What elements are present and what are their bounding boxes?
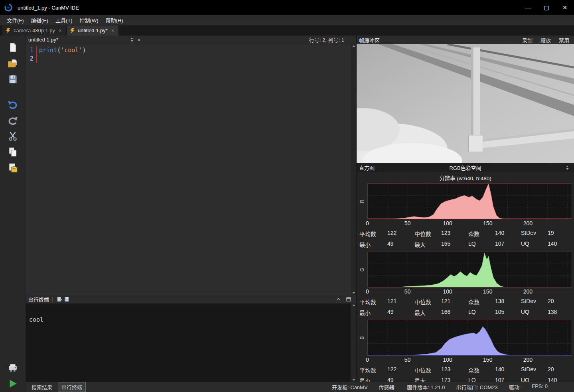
export-package-button[interactable] bbox=[8, 162, 18, 173]
hist-plot bbox=[367, 320, 572, 356]
tab-close-icon[interactable]: × bbox=[110, 28, 115, 33]
scroll-up-icon[interactable] bbox=[352, 304, 355, 306]
menu-tools[interactable]: 工具(T) bbox=[52, 15, 76, 25]
status-sensor[interactable]: 传感器: bbox=[379, 383, 396, 391]
redo-button[interactable] bbox=[8, 114, 18, 125]
status-tab-search-results[interactable]: 搜索结果 bbox=[28, 382, 55, 392]
zoom-button[interactable]: 缩放 bbox=[540, 36, 551, 44]
stat-label: 中位数 bbox=[414, 298, 441, 306]
colorspace-updown-icon[interactable] bbox=[564, 164, 571, 171]
tab-camera-480p[interactable]: camera 480p 1.py × bbox=[2, 26, 67, 35]
stat-value: 121 bbox=[387, 298, 414, 306]
expand-panel-icon[interactable] bbox=[345, 296, 352, 303]
stat-value: 173 bbox=[441, 377, 468, 382]
camera-frame-image bbox=[357, 44, 574, 163]
terminal-output-text: cool bbox=[29, 316, 43, 323]
stat-label: UQ bbox=[521, 309, 548, 317]
save-button[interactable] bbox=[8, 74, 18, 85]
menu-edit[interactable]: 编辑(E) bbox=[28, 15, 52, 25]
scroll-up-icon[interactable] bbox=[352, 45, 355, 47]
stat-label: StDev bbox=[521, 230, 548, 238]
stat-value: 49 bbox=[387, 377, 414, 382]
stat-value: 140 bbox=[548, 377, 572, 382]
minimize-button[interactable]: — bbox=[519, 0, 537, 15]
separator bbox=[52, 297, 53, 302]
colorspace-dropdown[interactable]: RGB色彩空间 bbox=[357, 164, 574, 171]
stat-label: UQ bbox=[521, 240, 548, 248]
open-file-button[interactable] bbox=[8, 58, 18, 69]
stat-label: 众数 bbox=[468, 230, 495, 238]
status-serial-port[interactable]: 串行端口: COM23 bbox=[456, 383, 498, 391]
stat-value: 122 bbox=[387, 230, 414, 238]
app-logo-icon bbox=[4, 3, 13, 12]
changed-lines-marker bbox=[36, 46, 37, 63]
stat-label: 中位数 bbox=[414, 230, 441, 238]
menu-bar: 文件(F) 编辑(E) 工具(T) 控制(W) 帮助(H) bbox=[0, 15, 574, 26]
stat-value: 107 bbox=[495, 240, 521, 248]
hist-x-tick: 0 bbox=[366, 357, 369, 363]
menu-file[interactable]: 文件(F) bbox=[3, 15, 28, 25]
stat-label: LQ bbox=[468, 377, 495, 382]
collapse-panel-icon[interactable] bbox=[335, 296, 342, 303]
cut-button[interactable] bbox=[8, 130, 18, 141]
clear-terminal-icon[interactable] bbox=[56, 296, 63, 303]
document-close-icon[interactable]: × bbox=[135, 37, 142, 43]
left-toolbar bbox=[0, 35, 26, 392]
histogram-area: 分辨率 (w:640, h:480) R 050100150200 平均数122… bbox=[357, 172, 574, 382]
resolution-label: 分辨率 (w:640, h:480) bbox=[357, 174, 574, 183]
menu-help[interactable]: 帮助(H) bbox=[102, 15, 127, 25]
scroll-down-icon[interactable] bbox=[352, 292, 355, 294]
hist-stats: 平均数122中位数123众数140StDev20最小49最大173LQ107UQ… bbox=[357, 366, 572, 382]
stat-label: StDev bbox=[521, 298, 548, 306]
histogram-toolbar: 直方图 RGB色彩空间 bbox=[357, 163, 574, 172]
copy-button[interactable] bbox=[8, 146, 18, 157]
hist-axis-label: B bbox=[357, 320, 367, 356]
script-lightning-icon bbox=[70, 28, 75, 33]
connect-board-button[interactable] bbox=[8, 362, 18, 373]
line-number: 1 bbox=[26, 46, 36, 55]
code-editor[interactable]: 1 2 print('cool') bbox=[26, 44, 356, 295]
stat-value: 122 bbox=[387, 366, 414, 374]
tab-close-icon[interactable]: × bbox=[58, 28, 63, 33]
code-text: print('cool') bbox=[39, 46, 350, 55]
status-driver[interactable]: 驱动: bbox=[509, 383, 521, 391]
terminal-scrollbar[interactable] bbox=[351, 303, 356, 382]
stat-value: 49 bbox=[387, 309, 414, 317]
document-selector[interactable]: untitled 1.py* bbox=[28, 37, 128, 43]
hist-axis-label: G bbox=[357, 252, 367, 288]
status-firmware-version[interactable]: 固件版本: 1.21.0 bbox=[407, 383, 445, 391]
new-file-button[interactable] bbox=[8, 42, 18, 53]
tab-untitled-1[interactable]: untitled 1.py* × bbox=[67, 26, 119, 35]
status-tab-serial-terminal[interactable]: 串行终端 bbox=[58, 382, 86, 392]
close-button[interactable]: ✕ bbox=[556, 0, 574, 15]
stat-label: UQ bbox=[521, 377, 548, 382]
stat-label: 最大 bbox=[414, 377, 441, 382]
script-lightning-icon bbox=[6, 28, 11, 33]
hist-x-tick: 0 bbox=[366, 288, 369, 295]
serial-terminal-output[interactable]: cool bbox=[26, 303, 356, 382]
menu-control[interactable]: 控制(W) bbox=[76, 15, 102, 25]
stat-label: 最小 bbox=[359, 240, 387, 248]
undo-button[interactable] bbox=[8, 98, 18, 109]
code-keyword: print bbox=[39, 47, 57, 54]
stat-value: 138 bbox=[548, 309, 572, 317]
maximize-button[interactable]: ▢ bbox=[537, 0, 556, 15]
editor-scrollbar[interactable] bbox=[351, 44, 356, 295]
run-script-button[interactable] bbox=[8, 378, 18, 389]
histogram-channel: G 050100150200 平均数121中位数121众数138StDev20最… bbox=[357, 252, 572, 319]
terminal-header: 串行终端 bbox=[26, 295, 356, 303]
stat-value: 165 bbox=[441, 240, 468, 248]
status-board[interactable]: 开发板: CanMV bbox=[332, 383, 368, 391]
scroll-down-icon[interactable] bbox=[352, 379, 355, 381]
disable-button[interactable]: 禁用 bbox=[559, 36, 569, 44]
stat-label: 最大 bbox=[414, 309, 441, 317]
updown-arrows-icon[interactable] bbox=[128, 36, 135, 43]
stat-value: 105 bbox=[495, 309, 521, 317]
stat-label: 平均数 bbox=[359, 366, 387, 374]
record-button[interactable]: 录制 bbox=[522, 36, 533, 44]
histogram-channel: R 050100150200 平均数122中位数123众数140StDev19最… bbox=[357, 183, 572, 251]
hist-x-axis: 050100150200 bbox=[367, 356, 572, 364]
stat-label: 最小 bbox=[359, 309, 387, 317]
stat-value: 20 bbox=[548, 298, 572, 306]
save-log-icon[interactable] bbox=[63, 296, 70, 303]
